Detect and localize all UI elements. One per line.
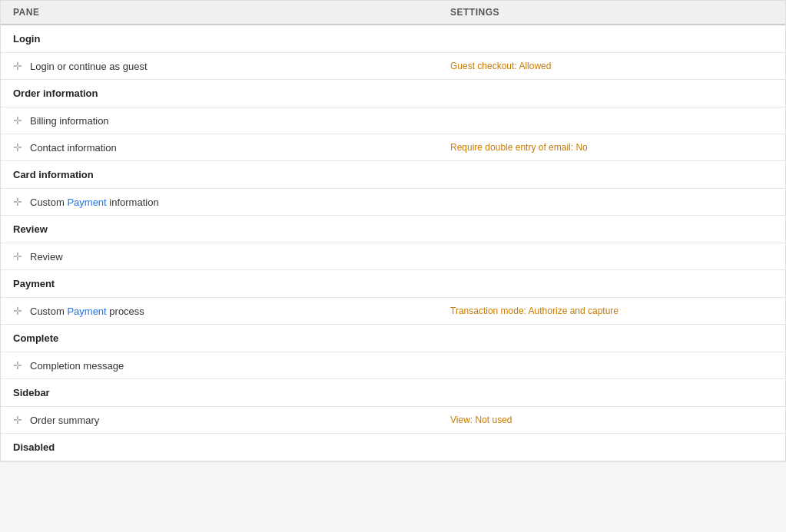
drag-handle-completion-message-row[interactable]: ✛ bbox=[13, 359, 22, 372]
row-review-row[interactable]: ✛Review bbox=[1, 243, 785, 270]
row-label-custom-payment-info-row: Custom Payment information bbox=[30, 197, 450, 208]
row-label-review-row: Review bbox=[30, 251, 450, 263]
drag-handle-billing-row[interactable]: ✛ bbox=[13, 114, 22, 127]
row-login-row[interactable]: ✛Login or continue as guestGuest checkou… bbox=[1, 53, 785, 80]
row-custom-payment-info-row[interactable]: ✛Custom Payment information bbox=[1, 189, 785, 216]
row-billing-row[interactable]: ✛Billing information bbox=[1, 107, 785, 134]
drag-handle-contact-row[interactable]: ✛ bbox=[13, 141, 22, 154]
drag-handle-review-row[interactable]: ✛ bbox=[13, 250, 22, 263]
section-header-disabled: Disabled bbox=[1, 434, 785, 461]
pane-settings-table: PANE SETTINGS Login✛Login or continue as… bbox=[0, 0, 786, 462]
table-header: PANE SETTINGS bbox=[1, 1, 785, 25]
row-label-login-row: Login or continue as guest bbox=[30, 61, 450, 72]
row-label-contact-row: Contact information bbox=[30, 142, 450, 154]
drag-handle-custom-payment-process-row[interactable]: ✛ bbox=[13, 305, 22, 317]
section-label-order-information: Order information bbox=[13, 88, 98, 99]
row-setting-custom-payment-process-row: Transaction mode: Authorize and capture bbox=[450, 306, 773, 316]
sections-container: Login✛Login or continue as guestGuest ch… bbox=[1, 25, 785, 461]
section-header-complete: Complete bbox=[1, 325, 785, 352]
row-label-billing-row: Billing information bbox=[30, 115, 450, 127]
section-header-review: Review bbox=[1, 216, 785, 243]
section-label-card-information: Card information bbox=[13, 169, 94, 180]
section-header-card-information: Card information bbox=[1, 161, 785, 189]
section-header-sidebar: Sidebar bbox=[1, 379, 785, 407]
row-custom-payment-process-row[interactable]: ✛Custom Payment processTransaction mode:… bbox=[1, 298, 785, 325]
settings-column-header: SETTINGS bbox=[450, 7, 773, 18]
section-header-login: Login bbox=[1, 25, 785, 53]
row-order-summary-row[interactable]: ✛Order summaryView: Not used bbox=[1, 407, 785, 434]
drag-handle-custom-payment-info-row[interactable]: ✛ bbox=[13, 196, 22, 208]
section-label-complete: Complete bbox=[13, 332, 58, 344]
drag-handle-login-row[interactable]: ✛ bbox=[13, 60, 22, 72]
row-setting-contact-row: Require double entry of email: No bbox=[450, 142, 773, 153]
row-label-completion-message-row: Completion message bbox=[30, 360, 450, 372]
row-setting-order-summary-row: View: Not used bbox=[450, 415, 773, 425]
section-label-payment: Payment bbox=[13, 278, 55, 289]
section-label-review: Review bbox=[13, 223, 48, 235]
row-label-order-summary-row: Order summary bbox=[30, 415, 450, 426]
section-header-payment: Payment bbox=[1, 270, 785, 298]
section-header-order-information: Order information bbox=[1, 80, 785, 107]
row-label-custom-payment-process-row: Custom Payment process bbox=[30, 306, 450, 317]
section-label-disabled: Disabled bbox=[13, 441, 55, 453]
row-setting-login-row: Guest checkout: Allowed bbox=[450, 61, 773, 71]
section-label-login: Login bbox=[13, 33, 40, 45]
pane-column-header: PANE bbox=[13, 7, 450, 18]
section-label-sidebar: Sidebar bbox=[13, 387, 50, 398]
row-completion-message-row[interactable]: ✛Completion message bbox=[1, 352, 785, 379]
drag-handle-order-summary-row[interactable]: ✛ bbox=[13, 414, 22, 426]
row-contact-row[interactable]: ✛Contact informationRequire double entry… bbox=[1, 134, 785, 161]
